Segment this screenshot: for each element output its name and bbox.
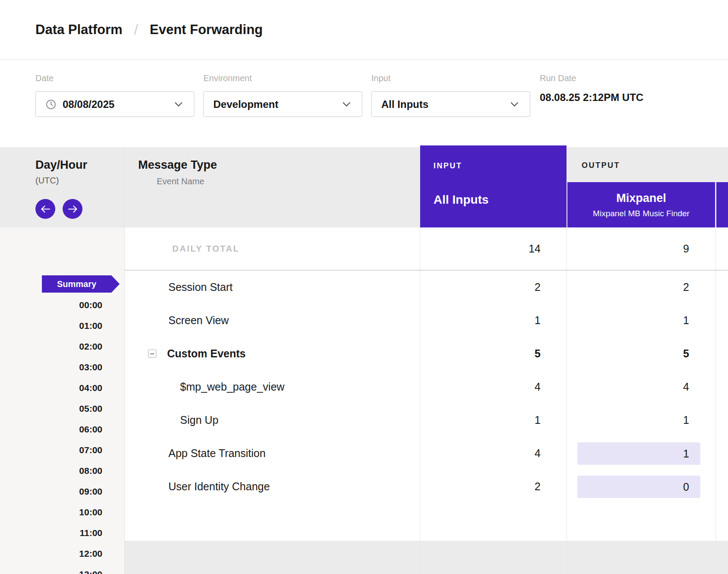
event-rows: Session Start 2 2 Screen View 1 1 Custom… [124, 271, 728, 503]
day-hour-subtitle: (UTC) [35, 176, 59, 186]
event-name: User Identity Change [124, 480, 420, 493]
input-count: 1 [420, 414, 567, 426]
hour-item[interactable]: 05:00 [0, 398, 102, 419]
hour-item[interactable]: 12:00 [0, 543, 102, 564]
message-type-title: Message Type [138, 158, 217, 172]
input-filter-label: Input [371, 73, 530, 83]
output-cell-highlighted[interactable]: 0 [567, 476, 715, 498]
daily-total-input-count: 14 [420, 243, 567, 255]
date-value: 08/08/2025 [63, 98, 114, 110]
output-cell-highlighted[interactable]: 1 [567, 442, 715, 465]
breadcrumb-section[interactable]: Data Platform [35, 22, 123, 38]
output-column-header[interactable]: Mixpanel Mixpanel MB Music Finder [567, 182, 715, 227]
daily-total-output-count: 9 [567, 243, 715, 255]
date-filter-label: Date [35, 73, 194, 83]
day-navigation [35, 199, 82, 219]
minus-square-icon[interactable] [148, 350, 156, 358]
input-count: 2 [420, 281, 567, 293]
run-date: Run Date 08.08.25 2:12PM UTC [540, 60, 643, 147]
hour-item[interactable]: 09:00 [0, 481, 102, 502]
input-count: 5 [420, 347, 567, 360]
chevron-down-icon [342, 102, 351, 107]
run-date-label: Run Date [540, 73, 643, 83]
hour-item[interactable]: 03:00 [0, 357, 102, 378]
hour-item[interactable]: 11:00 [0, 523, 102, 543]
table-row: User Identity Change 2 0 [124, 470, 728, 503]
arrow-left-icon [41, 205, 51, 213]
output-subtitle: Mixpanel MB Music Finder [567, 209, 715, 218]
event-name: Custom Events [167, 347, 246, 360]
input-count: 2 [420, 480, 567, 493]
message-type-subtitle: Event Name [157, 177, 204, 186]
chevron-down-icon [510, 102, 519, 107]
date-filter: Date 08/08/2025 [35, 60, 194, 147]
date-dropdown[interactable]: 08/08/2025 [35, 91, 194, 117]
output-count: 0 [577, 476, 700, 498]
table-footer-strip [124, 541, 728, 574]
message-type-header: Message Type Event Name [124, 147, 420, 227]
output-count: 1 [567, 414, 715, 426]
input-count: 1 [420, 314, 567, 327]
daily-total-label: DAILY TOTAL [124, 244, 420, 254]
input-column-value: All Inputs [434, 193, 489, 207]
event-name: App State Transition [124, 447, 420, 460]
hour-item[interactable]: 04:00 [0, 378, 102, 398]
table-row: Screen View 1 1 [124, 304, 728, 337]
day-hour-header: Day/Hour (UTC) [0, 147, 124, 227]
event-name: Sign Up [124, 414, 420, 426]
run-date-value: 08.08.25 2:12PM UTC [540, 91, 643, 104]
summary-row-flag[interactable]: Summary [42, 275, 120, 293]
arrow-right-icon [68, 205, 78, 213]
clock-icon [45, 99, 57, 110]
output-column-kicker: OUTPUT [582, 161, 620, 170]
output-count: 2 [567, 281, 715, 293]
input-count: 4 [420, 447, 567, 460]
environment-value: Development [213, 98, 279, 110]
input-filter: Input All Inputs [371, 60, 530, 147]
hour-item[interactable]: 07:00 [0, 440, 102, 460]
hour-item[interactable]: 10:00 [0, 502, 102, 523]
page-title: Event Forwarding [150, 22, 263, 38]
table-row: Session Start 2 2 [124, 271, 728, 304]
table-row: App State Transition 4 1 [124, 437, 728, 470]
hour-item[interactable]: 06:00 [0, 419, 102, 440]
hour-item[interactable]: 08:00 [0, 460, 102, 481]
day-hour-title: Day/Hour [35, 158, 87, 172]
next-output-column-partial[interactable] [716, 182, 728, 227]
environment-dropdown[interactable]: Development [203, 91, 362, 117]
input-dropdown[interactable]: All Inputs [371, 91, 530, 117]
breadcrumb-separator: / [134, 22, 138, 38]
chevron-down-icon [174, 102, 183, 107]
output-name: Mixpanel [567, 192, 715, 205]
input-value: All Inputs [381, 98, 428, 110]
hour-item[interactable]: 02:00 [0, 336, 102, 357]
event-name: Session Start [124, 281, 420, 293]
table-row: $mp_web_page_view 4 4 [124, 370, 728, 404]
hour-list: 00:00 01:00 02:00 03:00 04:00 05:00 06:0… [0, 295, 102, 574]
output-count: 5 [567, 347, 715, 360]
output-count: 4 [567, 381, 715, 393]
input-column-header[interactable]: INPUT All Inputs [420, 145, 567, 227]
event-name: Screen View [124, 314, 420, 327]
daily-total-row: DAILY TOTAL 14 9 [124, 227, 728, 271]
filter-bar: Date 08/08/2025 Environment Development [35, 60, 728, 147]
environment-filter-label: Environment [203, 73, 362, 83]
table-row: Custom Events 5 5 [124, 337, 728, 370]
hour-item[interactable]: 01:00 [0, 315, 102, 336]
output-count: 1 [577, 442, 700, 465]
breadcrumb: Data Platform / Event Forwarding [0, 0, 728, 60]
table-row: Sign Up 1 1 [124, 404, 728, 437]
input-count: 4 [420, 381, 567, 393]
environment-filter: Environment Development [203, 60, 362, 147]
event-forwarding-page: Data Platform / Event Forwarding Date 08… [0, 0, 728, 574]
event-group: Custom Events [124, 347, 420, 360]
input-column-kicker: INPUT [434, 161, 462, 170]
event-name: $mp_web_page_view [124, 381, 420, 393]
output-count: 1 [567, 314, 715, 327]
hour-item[interactable]: 00:00 [0, 295, 102, 315]
hour-item[interactable]: 13:00 [0, 564, 102, 574]
next-day-button[interactable] [63, 199, 82, 219]
previous-day-button[interactable] [35, 199, 55, 219]
